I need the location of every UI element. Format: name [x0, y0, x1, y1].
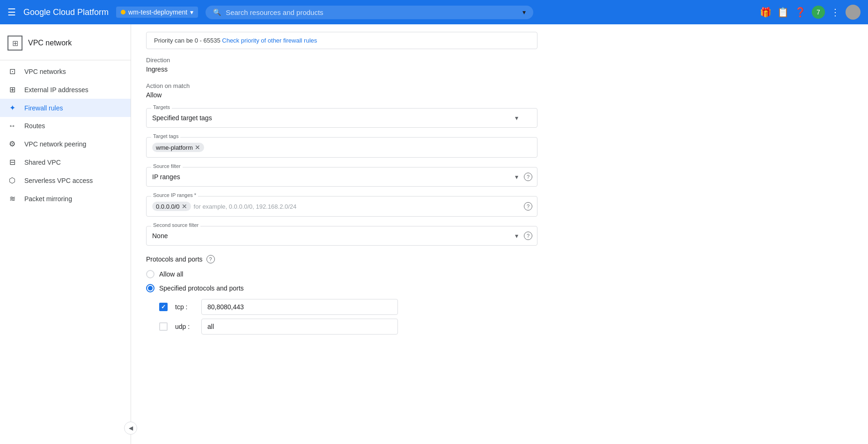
sidebar-item-serverless-vpc[interactable]: ⬡ Serverless VPC access	[0, 171, 131, 189]
tag-remove-icon[interactable]: ✕	[195, 144, 200, 151]
notification-badge[interactable]: 7	[812, 6, 825, 19]
search-input[interactable]	[226, 8, 518, 16]
source-ip-container[interactable]: Source IP ranges * 0.0.0.0/0 ✕ for examp…	[146, 196, 537, 217]
second-source-field: Second source filter None Subnets Servic…	[146, 226, 537, 246]
second-source-help-icon[interactable]: ?	[524, 232, 532, 240]
protocols-heading: Protocols and ports ?	[146, 255, 537, 263]
source-filter-help-icon[interactable]: ?	[524, 173, 532, 181]
protocols-heading-text: Protocols and ports	[146, 255, 203, 263]
source-filter-field: Source filter IP ranges Subnets Service …	[146, 167, 537, 187]
routes-icon: ↔	[7, 122, 17, 130]
specified-protocols-radio[interactable]: Specified protocols and ports	[146, 281, 537, 295]
shared-vpc-icon: ⊟	[7, 158, 17, 167]
sidebar-item-label: Shared VPC	[24, 159, 61, 166]
source-filter-arrow-icon: ▾	[515, 173, 518, 181]
sidebar-header-icon: ⊞	[7, 36, 22, 51]
form-content: Priority can be 0 - 65535 Check priority…	[131, 24, 552, 357]
firewall-rules-icon: ✦	[7, 103, 17, 112]
ip-tag-label: 0.0.0.0/0	[156, 203, 180, 210]
sidebar-item-vpc-peering[interactable]: ⚙ VPC network peering	[0, 135, 131, 153]
source-ip-help-icon[interactable]: ?	[524, 202, 532, 211]
targets-arrow-icon: ▾	[515, 114, 518, 122]
search-dropdown-icon[interactable]: ▾	[522, 8, 526, 16]
direction-value: Ingress	[146, 66, 537, 73]
source-filter-select[interactable]: IP ranges Subnets Service account None	[147, 167, 537, 186]
tcp-checkbox-item[interactable]	[159, 301, 168, 313]
notifications-icon[interactable]: 📋	[777, 7, 789, 18]
udp-row: udp :	[159, 319, 537, 335]
project-dropdown-icon: ▾	[190, 8, 193, 16]
main-layout: ⊞ VPC network ⊡ VPC networks ⊞ External …	[0, 24, 868, 444]
protocols-section: Protocols and ports ? Allow all Specifie…	[146, 255, 537, 335]
udp-input[interactable]	[201, 319, 398, 335]
user-avatar[interactable]	[846, 5, 861, 20]
allow-all-radio[interactable]: Allow all	[146, 267, 537, 281]
search-icon: 🔍	[213, 8, 221, 16]
project-dot	[121, 10, 125, 15]
udp-checkbox[interactable]	[159, 322, 168, 331]
ip-tag-remove-icon[interactable]: ✕	[182, 203, 187, 210]
sidebar-item-label: Routes	[24, 122, 45, 130]
project-name: wm-test-deployment	[128, 8, 187, 16]
priority-note: Priority can be 0 - 65535 Check priority…	[146, 32, 537, 49]
tcp-row: tcp :	[159, 299, 537, 315]
help-icon[interactable]: ❓	[794, 7, 806, 18]
target-tags-container[interactable]: Target tags wme-platform ✕	[146, 137, 537, 158]
targets-select[interactable]: All instances in the network Specified t…	[147, 109, 537, 127]
main-content: Priority can be 0 - 65535 Check priority…	[131, 24, 868, 444]
target-tags-field: Target tags wme-platform ✕	[146, 137, 537, 158]
targets-select-container: Targets All instances in the network Spe…	[146, 108, 537, 128]
search-bar[interactable]: 🔍 ▾	[206, 6, 533, 19]
targets-field: Targets All instances in the network Spe…	[146, 108, 537, 128]
second-source-floating-label: Second source filter	[151, 222, 200, 228]
tcp-checkbox[interactable]	[159, 303, 168, 311]
sidebar-item-external-ip[interactable]: ⊞ External IP addresses	[0, 80, 131, 99]
tag-input[interactable]	[207, 144, 531, 151]
external-ip-icon: ⊞	[7, 85, 17, 94]
help-circle-2: ?	[524, 202, 532, 211]
help-circle: ?	[524, 173, 532, 181]
topbar-right: 🎁 📋 ❓ 7 ⋮	[760, 5, 861, 20]
allow-all-radio-circle	[146, 270, 154, 278]
sidebar-item-shared-vpc[interactable]: ⊟ Shared VPC	[0, 153, 131, 171]
tag-label: wme-platform	[156, 144, 193, 151]
targets-floating-label: Targets	[151, 104, 172, 110]
sidebar: ⊞ VPC network ⊡ VPC networks ⊞ External …	[0, 24, 131, 444]
packet-mirroring-icon: ≋	[7, 194, 17, 203]
tag-wme-platform: wme-platform ✕	[152, 143, 204, 152]
sidebar-item-routes[interactable]: ↔ Routes	[0, 117, 131, 135]
priority-text: Priority can be 0 - 65535	[154, 37, 221, 44]
sidebar-item-packet-mirroring[interactable]: ≋ Packet mirroring	[0, 189, 131, 208]
direction-label: Direction	[146, 57, 537, 64]
specified-protocols-radio-circle	[146, 284, 154, 292]
sidebar-item-label: Serverless VPC access	[24, 177, 93, 184]
tcp-input[interactable]	[201, 299, 398, 315]
help-circle-3: ?	[524, 232, 532, 240]
sidebar-item-label: VPC networks	[24, 68, 66, 75]
ip-tag-0000: 0.0.0.0/0 ✕	[152, 202, 191, 211]
udp-checkbox-item[interactable]	[159, 320, 168, 333]
action-section: Action on match Allow	[146, 82, 537, 99]
allow-all-label: Allow all	[159, 270, 183, 278]
source-filter-floating-label: Source filter	[151, 163, 183, 169]
sidebar-item-label: External IP addresses	[24, 86, 88, 94]
second-source-select[interactable]: None Subnets Service account	[147, 226, 537, 245]
second-source-arrow-icon: ▾	[515, 232, 518, 240]
sidebar-header: ⊞ VPC network	[0, 30, 131, 58]
priority-link[interactable]: Check priority of other firewall rules	[222, 37, 317, 44]
sidebar-item-vpc-networks[interactable]: ⊡ VPC networks	[0, 62, 131, 80]
vpc-networks-icon: ⊡	[7, 67, 17, 76]
source-ip-field: Source IP ranges * 0.0.0.0/0 ✕ for examp…	[146, 196, 537, 217]
hamburger-menu[interactable]: ☰	[7, 7, 16, 18]
protocols-help-icon[interactable]: ?	[206, 255, 215, 263]
gift-icon[interactable]: 🎁	[760, 7, 772, 18]
more-icon[interactable]: ⋮	[831, 7, 840, 18]
sidebar-collapse-button[interactable]: ◀	[124, 422, 137, 435]
app-title: Google Cloud Platform	[23, 7, 109, 17]
tcp-label: tcp :	[175, 303, 194, 311]
topbar: ☰ Google Cloud Platform wm-test-deployme…	[0, 0, 868, 24]
project-selector[interactable]: wm-test-deployment ▾	[116, 7, 198, 18]
sidebar-item-firewall-rules[interactable]: ✦ Firewall rules	[0, 99, 131, 117]
sidebar-divider	[0, 60, 131, 60]
action-value: Allow	[146, 91, 537, 99]
